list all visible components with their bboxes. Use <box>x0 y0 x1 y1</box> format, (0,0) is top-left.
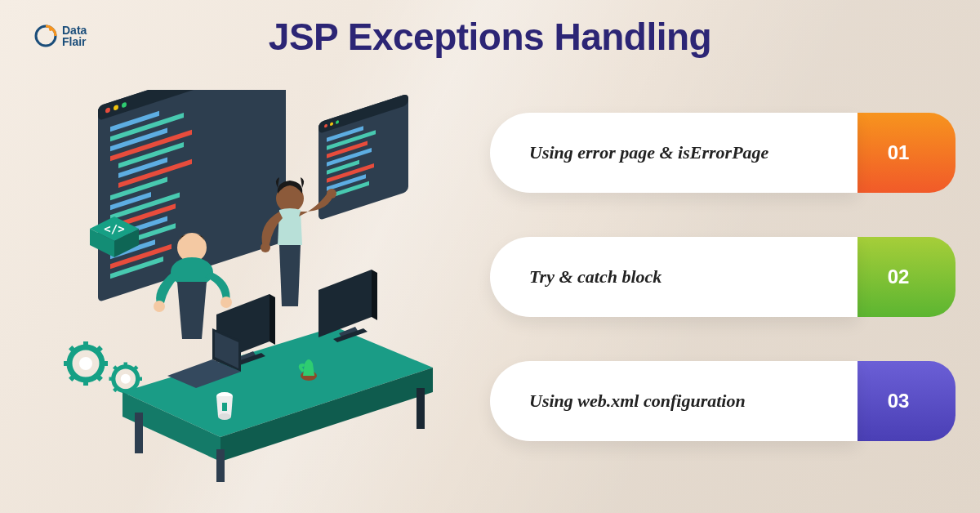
list-item: Using web.xml configuration 03 <box>490 361 956 441</box>
svg-point-69 <box>261 243 270 252</box>
page-title: JSP Exceptions Handling <box>269 15 711 59</box>
list-item: Using error page & isErrorPage 01 <box>490 113 956 193</box>
svg-rect-38 <box>83 341 88 350</box>
svg-rect-50 <box>109 377 116 381</box>
item-label-2: Try & catch block <box>490 237 858 317</box>
svg-rect-58 <box>216 449 225 482</box>
logo-icon <box>33 23 59 49</box>
svg-rect-41 <box>100 361 108 366</box>
svg-rect-40 <box>64 361 72 366</box>
items-list: Using error page & isErrorPage 01 Try & … <box>490 113 956 441</box>
illustration-developers: </> <box>41 90 449 482</box>
svg-rect-48 <box>124 363 128 369</box>
svg-point-56 <box>121 374 131 384</box>
svg-point-1 <box>49 28 52 31</box>
item-label-3: Using web.xml configuration <box>490 361 858 441</box>
logo-text-2: Flair <box>62 36 87 47</box>
logo-text-1: Data <box>62 25 87 36</box>
svg-point-66 <box>154 301 165 312</box>
svg-rect-63 <box>222 403 227 411</box>
svg-point-46 <box>79 357 92 370</box>
svg-rect-59 <box>416 388 425 429</box>
dataflair-logo: Data Flair <box>33 23 87 49</box>
svg-point-70 <box>327 189 336 199</box>
item-label-1: Using error page & isErrorPage <box>490 113 858 193</box>
svg-rect-51 <box>136 377 143 381</box>
logo-text: Data Flair <box>62 25 87 47</box>
svg-rect-57 <box>135 413 143 453</box>
svg-rect-39 <box>83 377 88 386</box>
svg-text:</>: </> <box>104 222 124 235</box>
svg-point-67 <box>220 297 232 308</box>
svg-point-62 <box>218 413 231 420</box>
list-item: Try & catch block 02 <box>490 237 956 317</box>
